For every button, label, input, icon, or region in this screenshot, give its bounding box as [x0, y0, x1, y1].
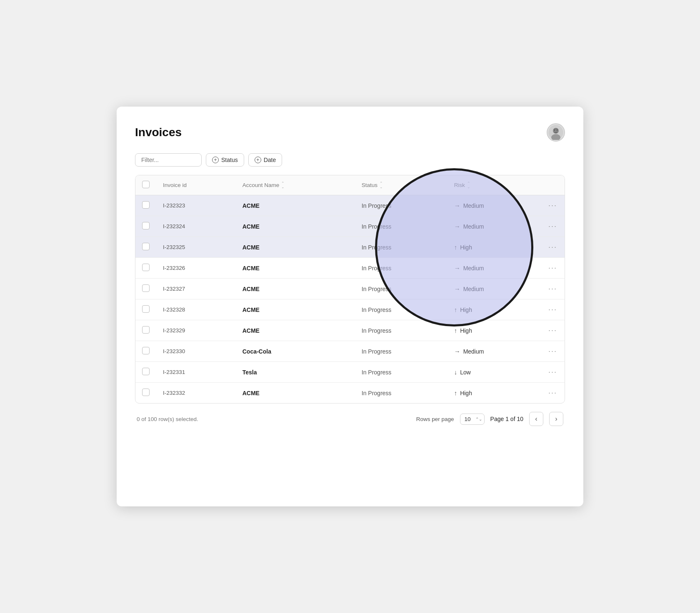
page-header: Invoices [135, 123, 565, 142]
row-risk: ↓ Low [448, 362, 540, 383]
status-filter-button[interactable]: + Status [206, 153, 244, 167]
row-checkbox[interactable] [142, 368, 150, 375]
row-checkbox[interactable] [142, 305, 150, 313]
risk-label: Medium [463, 348, 484, 355]
header-invoice-id-label: Invoice id [163, 182, 187, 188]
row-more-button[interactable]: ··· [547, 264, 559, 272]
row-actions-cell: ··· [540, 237, 565, 258]
row-invoice-id: I-232331 [156, 362, 236, 383]
header-account-name[interactable]: Account Name ⌃⌄ [236, 175, 355, 195]
header-invoice-id: Invoice id [156, 175, 236, 195]
row-risk: ↑ High [448, 299, 540, 320]
row-more-button[interactable]: ··· [547, 368, 559, 376]
row-actions-cell: ··· [540, 341, 565, 362]
pagination-controls: Rows per page 10 25 50 100 Page 1 of 10 … [416, 412, 563, 426]
row-checkbox-cell [135, 237, 156, 258]
header-status[interactable]: Status ⌃⌄ [355, 175, 448, 195]
page-info: Page 1 of 10 [490, 416, 523, 422]
row-checkbox-cell [135, 320, 156, 341]
risk-arrow-icon: ↑ [454, 327, 458, 334]
row-checkbox-cell [135, 258, 156, 279]
date-btn-label: Date [264, 157, 276, 163]
row-status: In Progress [355, 237, 448, 258]
row-checkbox[interactable] [142, 222, 150, 229]
user-avatar[interactable] [547, 123, 565, 142]
risk-arrow-icon: ↑ [454, 306, 458, 313]
row-more-button[interactable]: ··· [547, 326, 559, 335]
row-status: In Progress [355, 320, 448, 341]
table-footer: 0 of 100 row(s) selected. Rows per page … [135, 412, 565, 426]
rows-per-page-wrapper: 10 25 50 100 [460, 414, 485, 425]
select-all-checkbox[interactable] [142, 181, 150, 188]
table-row: I-232327 ACME In Progress → Medium ··· [135, 279, 565, 299]
row-risk: → Medium [448, 195, 540, 216]
date-filter-button[interactable]: + Date [248, 153, 282, 167]
table-row: I-232325 ACME In Progress ↑ High ··· [135, 237, 565, 258]
row-more-button[interactable]: ··· [547, 201, 559, 210]
risk-arrow-icon: → [454, 202, 460, 209]
row-account-name: Tesla [236, 362, 355, 383]
row-invoice-id: I-232329 [156, 320, 236, 341]
row-risk: ↑ High [448, 383, 540, 404]
row-invoice-id: I-232323 [156, 195, 236, 216]
row-account-name: ACME [236, 383, 355, 404]
risk-sort-icon: ⌃⌄ [467, 182, 470, 189]
row-checkbox[interactable] [142, 201, 150, 209]
row-checkbox-cell [135, 362, 156, 383]
rows-per-page-select[interactable]: 10 25 50 100 [460, 414, 485, 425]
status-sort-icon: ⌃⌄ [380, 182, 383, 189]
row-actions-cell: ··· [540, 195, 565, 216]
prev-page-button[interactable]: ‹ [529, 412, 543, 426]
row-checkbox-cell [135, 383, 156, 404]
row-account-name: ACME [236, 237, 355, 258]
row-status: In Progress [355, 383, 448, 404]
row-actions-cell: ··· [540, 258, 565, 279]
filter-input[interactable] [135, 153, 202, 167]
row-account-name: ACME [236, 216, 355, 237]
table-header-row: Invoice id Account Name ⌃⌄ Status ⌃⌄ [135, 175, 565, 195]
row-checkbox[interactable] [142, 243, 150, 250]
table-row: I-232332 ACME In Progress ↑ High ··· [135, 383, 565, 404]
row-checkbox[interactable] [142, 326, 150, 334]
header-account-name-label: Account Name [242, 182, 280, 188]
rows-per-page-label: Rows per page [416, 416, 454, 422]
risk-label: Medium [463, 265, 484, 272]
page-title: Invoices [135, 126, 182, 139]
risk-label: Medium [463, 286, 484, 292]
row-risk: ↑ High [448, 237, 540, 258]
row-checkbox[interactable] [142, 347, 150, 354]
header-risk-label: Risk [454, 182, 465, 188]
row-actions-cell: ··· [540, 216, 565, 237]
row-checkbox-cell [135, 299, 156, 320]
table-row: I-232326 ACME In Progress → Medium ··· [135, 258, 565, 279]
invoices-table: Invoice id Account Name ⌃⌄ Status ⌃⌄ [135, 175, 565, 403]
header-status-label: Status [362, 182, 378, 188]
row-status: In Progress [355, 279, 448, 299]
row-status: In Progress [355, 258, 448, 279]
row-invoice-id: I-232324 [156, 216, 236, 237]
row-status: In Progress [355, 341, 448, 362]
next-page-button[interactable]: › [549, 412, 563, 426]
table-row: I-232329 ACME In Progress ↑ High ··· [135, 320, 565, 341]
row-checkbox-cell [135, 341, 156, 362]
risk-label: High [460, 390, 472, 396]
row-checkbox[interactable] [142, 389, 150, 396]
row-more-button[interactable]: ··· [547, 347, 559, 356]
row-invoice-id: I-232327 [156, 279, 236, 299]
table-row: I-232328 ACME In Progress ↑ High ··· [135, 299, 565, 320]
row-more-button[interactable]: ··· [547, 305, 559, 314]
row-status: In Progress [355, 195, 448, 216]
row-more-button[interactable]: ··· [547, 284, 559, 293]
row-checkbox-cell [135, 195, 156, 216]
row-checkbox[interactable] [142, 284, 150, 292]
header-risk[interactable]: Risk ⌃⌄ [448, 175, 540, 195]
row-account-name: Coca-Cola [236, 341, 355, 362]
row-actions-cell: ··· [540, 362, 565, 383]
row-more-button[interactable]: ··· [547, 389, 559, 397]
row-checkbox[interactable] [142, 264, 150, 271]
row-invoice-id: I-232325 [156, 237, 236, 258]
row-risk: → Medium [448, 258, 540, 279]
row-more-button[interactable]: ··· [547, 243, 559, 252]
rows-selected-label: 0 of 100 row(s) selected. [137, 416, 198, 422]
row-more-button[interactable]: ··· [547, 222, 559, 231]
